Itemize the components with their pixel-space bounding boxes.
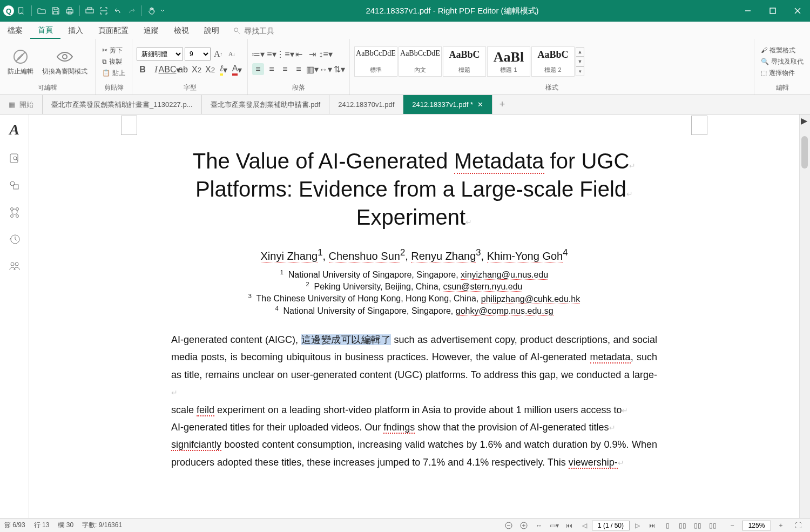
svg-point-7 (234, 28, 238, 31)
add-tab-button[interactable]: + (492, 95, 512, 114)
menu-file[interactable]: 檔案 (0, 22, 30, 39)
style-body[interactable]: AaBbCcDdE內文 (399, 46, 442, 77)
shapes-panel-icon[interactable] (8, 178, 22, 192)
document-canvas[interactable]: The Value of AI-Generated Metadata for U… (29, 115, 799, 518)
bold-button[interactable]: B (137, 64, 148, 76)
columns-button[interactable]: ▥▾ (306, 63, 318, 75)
zoom-in-icon[interactable] (516, 520, 531, 531)
single-page-icon[interactable]: ▯ (660, 520, 675, 531)
minimize-button[interactable] (735, 0, 760, 22)
style-normal[interactable]: AaBbCcDdE標準 (354, 46, 397, 77)
group-paragraph: ≔▾ ≡▾ ⋮≡▾ ⇤ ⇥ ↕≡▾ ≡ ≡ ≡ ≡ ▥▾ ↔▾ ⇅▾ 段落 (248, 39, 350, 95)
toggle-review-button[interactable]: 切換為審閱模式 (39, 46, 91, 77)
protect-edit-label: 防止編輯 (8, 67, 33, 76)
search-panel-icon[interactable] (8, 151, 22, 165)
highlight-button[interactable]: ℓ▾ (218, 64, 230, 76)
menu-home[interactable]: 首頁 (30, 22, 60, 39)
zoom-minus-icon[interactable]: − (725, 520, 740, 531)
indent-inc-button[interactable]: ⇥ (306, 48, 318, 60)
facing-icon[interactable]: ▯▯ (690, 520, 705, 531)
maximize-button[interactable] (760, 0, 785, 22)
first-page-icon[interactable]: ⏮ (562, 520, 577, 531)
char-spacing-button[interactable]: ↔▾ (320, 63, 332, 75)
menu-layout[interactable]: 頁面配置 (91, 22, 136, 39)
fit-page-icon[interactable]: ▭▾ (546, 520, 562, 531)
new-dropdown-icon[interactable] (15, 4, 28, 17)
tab-doc-1[interactable]: 臺北市產業發展創業補助申請書.pdf (202, 95, 330, 114)
menu-help[interactable]: 說明 (197, 22, 227, 39)
protect-edit-button[interactable]: 防止編輯 (4, 46, 37, 77)
last-page-icon[interactable]: ⏭ (645, 520, 660, 531)
close-button[interactable] (785, 0, 810, 22)
menu-review[interactable]: 追蹤 (136, 22, 166, 39)
style-h2[interactable]: AaBbC標題 2 (531, 46, 575, 77)
align-right-button[interactable]: ≡ (279, 63, 291, 75)
hand-dropdown-icon[interactable] (159, 4, 166, 17)
collapse-panel-icon[interactable]: ▶ (801, 116, 807, 126)
text-tool-icon[interactable]: A (9, 121, 19, 138)
select-object-button[interactable]: ⬚選擇物件 (759, 68, 806, 78)
page-number-field[interactable] (592, 521, 630, 530)
menu-insert[interactable]: 插入 (60, 22, 91, 39)
cut-button[interactable]: ✂剪下 (100, 45, 127, 56)
svg-point-9 (63, 55, 67, 59)
close-tab-icon[interactable]: ✕ (477, 100, 483, 109)
bullets-button[interactable]: ≔▾ (252, 48, 264, 60)
align-center-button[interactable]: ≡ (266, 63, 278, 75)
para-spacing-button[interactable]: ⇅▾ (333, 63, 345, 75)
hand-tool-icon[interactable] (145, 4, 158, 17)
indent-dec-button[interactable]: ⇤ (293, 48, 305, 60)
scrollbar-thumb[interactable] (801, 136, 808, 169)
prev-page-icon[interactable]: ◁ (577, 520, 592, 531)
print-icon[interactable] (63, 4, 76, 17)
copy-format-button[interactable]: 🖌複製格式 (759, 45, 806, 56)
save-icon[interactable] (49, 4, 62, 17)
underline-button[interactable]: ABC▾ (164, 64, 176, 76)
font-size-select[interactable]: 9 (185, 48, 211, 60)
menu-view[interactable]: 檢視 (166, 22, 197, 39)
next-page-icon[interactable]: ▷ (630, 520, 645, 531)
copy-button[interactable]: ⧉複製 (100, 57, 127, 67)
align-justify-button[interactable]: ≡ (293, 63, 305, 75)
right-scrollbar[interactable]: ▶ (799, 115, 810, 518)
gallery-down-icon[interactable]: ▼ (576, 57, 584, 66)
tab-doc-2[interactable]: 2412.18370v1.pdf (329, 95, 403, 114)
tab-doc-0[interactable]: 臺北市產業發展創業補助計畫書_1130227.p... (43, 95, 202, 114)
shrink-font-button[interactable]: A↓ (226, 48, 238, 60)
style-h1[interactable]: AaBl標題 1 (487, 46, 530, 77)
collab-panel-icon[interactable] (8, 259, 22, 273)
gallery-up-icon[interactable]: ▲ (576, 47, 584, 57)
scan-icon[interactable] (97, 4, 110, 17)
group-editable-label: 可編輯 (4, 82, 91, 93)
superscript-button[interactable]: X2 (191, 64, 202, 76)
find-input[interactable] (244, 26, 325, 35)
font-color-button[interactable]: A▾ (231, 64, 243, 76)
fit-width-icon[interactable]: ↔ (531, 520, 546, 531)
fullscreen-icon[interactable]: ⛶ (791, 520, 806, 531)
grow-font-button[interactable]: A↑ (212, 48, 224, 60)
multilevel-button[interactable]: ⋮≡▾ (279, 48, 291, 60)
zoom-plus-icon[interactable]: + (773, 520, 788, 531)
align-left-button[interactable]: ≡ (252, 63, 264, 75)
subscript-button[interactable]: X2 (204, 64, 216, 76)
book-icon[interactable]: ▯▯ (705, 520, 720, 531)
find-replace-button[interactable]: 🔍尋找及取代 (759, 57, 806, 67)
open-icon[interactable] (35, 4, 48, 17)
tab-start[interactable]: ▦開始 (0, 95, 43, 114)
style-title[interactable]: AaBbC標題 (443, 46, 486, 77)
tab-doc-3[interactable]: 2412.18337v1.pdf *✕ (403, 95, 492, 114)
undo-icon[interactable] (111, 4, 124, 17)
history-panel-icon[interactable] (8, 232, 22, 246)
gallery-more-icon[interactable]: ▾ (576, 66, 584, 76)
app-icon[interactable]: Q (3, 5, 14, 16)
line-spacing-button[interactable]: ↕≡▾ (320, 48, 332, 60)
strike-button[interactable]: ab (177, 64, 189, 76)
redo-icon[interactable] (125, 4, 138, 17)
zoom-out-icon[interactable] (501, 520, 516, 531)
quickprint-icon[interactable] (83, 4, 96, 17)
continuous-icon[interactable]: ▯▯ (675, 520, 690, 531)
paste-button[interactable]: 📋貼上 (100, 68, 127, 78)
zoom-field[interactable] (742, 521, 771, 530)
font-name-select[interactable]: 新細明體 (137, 48, 183, 60)
teddy-panel-icon[interactable] (8, 205, 22, 219)
